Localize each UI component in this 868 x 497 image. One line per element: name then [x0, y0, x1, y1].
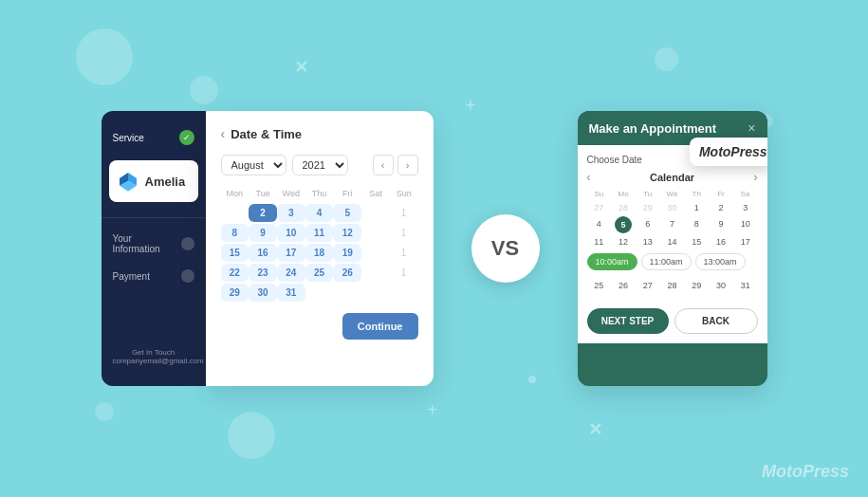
cal-cell-sun4: 1 — [390, 264, 418, 282]
amelia-panel-title: Date & Time — [231, 127, 302, 141]
cal-cell-17[interactable]: 17 — [277, 244, 305, 262]
mp-cal-week-1: 27 28 29 30 1 2 3 — [587, 200, 758, 215]
motopress-footer: NEXT STEP BACK — [578, 308, 767, 343]
cal-cell-sat1 — [361, 204, 390, 222]
sidebar-nav-your-information[interactable]: Your Information — [102, 226, 206, 262]
cal-cell-23[interactable]: 23 — [249, 264, 277, 282]
calendar-day-headers: Mon Tue Wed Thu Fri Sat Sun — [221, 187, 418, 200]
cal-week-2: 8 9 10 11 12 1 — [221, 224, 418, 242]
next-step-button[interactable]: NEXT STEP — [587, 308, 669, 334]
amelia-main-panel: ‹ Date & Time August 2021 ‹ › Mon Tue — [206, 111, 434, 386]
cal-cell-empty2 — [305, 284, 334, 302]
cal-cell-31[interactable]: 31 — [277, 284, 305, 302]
cal-cell-8[interactable]: 8 — [221, 224, 249, 242]
sidebar-service-label: Service — [113, 133, 144, 143]
cal-cell-2[interactable]: 2 — [249, 204, 277, 222]
time-slots-container: 10:00am 11:00am 13:00am — [587, 253, 758, 270]
cal-week-5: 29 30 31 — [221, 284, 418, 302]
cal-header-sun: Sun — [390, 187, 418, 200]
mp-cal-week-4: 25 26 27 28 29 30 31 — [587, 278, 758, 293]
cal-cell-sat3 — [361, 244, 390, 262]
next-month-button[interactable]: › — [397, 155, 418, 175]
sidebar-check-icon: ✓ — [179, 130, 194, 145]
motopress-logo-overlay: MotoPress — [690, 138, 767, 166]
month-year-selector: August 2021 ‹ › — [221, 155, 418, 175]
cal-cell-empty4 — [361, 284, 390, 302]
amelia-panel: Service ✓ Amelia Your Information Paymen… — [102, 111, 434, 386]
motopress-logo-text: MotoPress — [699, 144, 767, 159]
mp-cal-week-2: 4 5 6 7 8 9 10 — [587, 216, 758, 233]
cal-cell-12[interactable]: 12 — [333, 224, 361, 242]
amelia-logo-box: Amelia — [109, 160, 198, 202]
close-icon[interactable]: × — [748, 120, 755, 136]
sidebar-dot-icon — [181, 237, 194, 250]
sidebar-nav-payment[interactable]: Payment — [102, 262, 206, 290]
mp-day-headers: Su Mo Tu We Th Fr Sa — [587, 190, 758, 198]
vs-circle: VS — [471, 214, 540, 283]
cal-header-tue: Tue — [249, 187, 277, 200]
cal-header-thu: Thu — [305, 187, 334, 200]
mp-calendar-header: ‹ Calendar › — [587, 171, 758, 184]
main-container: Service ✓ Amelia Your Information Paymen… — [0, 0, 868, 497]
time-slot-1300am[interactable]: 13:00am — [695, 253, 746, 270]
time-slot-1100am[interactable]: 11:00am — [641, 253, 692, 270]
cal-header-mon: Mon — [221, 187, 249, 200]
cal-cell-sat2 — [361, 224, 390, 242]
time-slot-1000am[interactable]: 10:00am — [587, 253, 637, 270]
amelia-sidebar: Service ✓ Amelia Your Information Paymen… — [102, 111, 206, 386]
back-arrow-icon[interactable]: ‹ — [221, 126, 226, 141]
cal-cell-22[interactable]: 22 — [221, 264, 249, 282]
amelia-panel-header: ‹ Date & Time — [221, 126, 418, 141]
cal-cell-24[interactable]: 24 — [277, 264, 305, 282]
amelia-logo-icon — [117, 170, 139, 193]
back-button[interactable]: BACK — [674, 308, 758, 334]
mp-calendar-grid: Su Mo Tu We Th Fr Sa 27 28 29 30 1 2 3 — [587, 190, 758, 293]
cal-cell-3[interactable]: 3 — [277, 204, 305, 222]
cal-header-sat: Sat — [361, 187, 390, 200]
cal-header-wed: Wed — [277, 187, 305, 200]
amelia-calendar-grid: Mon Tue Wed Thu Fri Sat Sun 2 3 4 5 1 — [221, 187, 418, 302]
mp-calendar-title: Calendar — [650, 172, 694, 183]
motopress-panel: Make an Appointment × MotoPress Choose D… — [578, 111, 767, 386]
mp-selected-day[interactable]: 5 — [615, 216, 632, 233]
motopress-body: Choose Date ‹ Calendar › Su Mo Tu We Th … — [578, 145, 767, 308]
continue-button[interactable]: Continue — [342, 313, 418, 340]
cal-cell-29[interactable]: 29 — [221, 284, 249, 302]
cal-week-4: 22 23 24 25 26 1 — [221, 264, 418, 282]
cal-cell-18[interactable]: 18 — [305, 244, 334, 262]
cal-cell-sat4 — [361, 264, 390, 282]
cal-cell-5[interactable]: 5 — [333, 204, 361, 222]
mp-next-arrow[interactable]: › — [753, 171, 757, 184]
cal-cell-empty5 — [390, 284, 418, 302]
cal-cell-30[interactable]: 30 — [249, 284, 277, 302]
sidebar-service-row: Service ✓ — [102, 122, 206, 153]
cal-cell-26[interactable]: 26 — [333, 264, 361, 282]
year-select[interactable]: 2021 — [292, 155, 348, 175]
cal-week-3: 15 16 17 18 19 1 — [221, 244, 418, 262]
watermark: MotoPress — [762, 462, 849, 482]
cal-cell-sun3: 1 — [390, 244, 418, 262]
cal-week-1: 2 3 4 5 1 — [221, 204, 418, 222]
cal-cell-16[interactable]: 16 — [249, 244, 277, 262]
amelia-logo-text: Amelia — [145, 175, 186, 189]
sidebar-footer: Get In Touch companyemail@gmail.com — [102, 339, 206, 375]
cal-header-fri: Fri — [333, 187, 361, 200]
month-select[interactable]: August — [221, 155, 286, 175]
cal-cell-10[interactable]: 10 — [277, 224, 305, 242]
mp-prev-arrow[interactable]: ‹ — [587, 171, 591, 184]
cal-cell-11[interactable]: 11 — [305, 224, 334, 242]
cal-cell-1: 1 — [390, 204, 418, 222]
cal-cell-empty — [221, 204, 249, 222]
cal-cell-sun2: 1 — [390, 224, 418, 242]
cal-cell-25[interactable]: 25 — [305, 264, 334, 282]
cal-cell-19[interactable]: 19 — [333, 244, 361, 262]
mp-cal-week-3: 11 12 13 14 15 16 17 — [587, 234, 758, 249]
cal-cell-15[interactable]: 15 — [221, 244, 249, 262]
calendar-nav-arrows: ‹ › — [373, 155, 418, 175]
sidebar-dot-icon — [181, 269, 194, 283]
cal-cell-9[interactable]: 9 — [249, 224, 277, 242]
cal-cell-empty3 — [333, 284, 361, 302]
prev-month-button[interactable]: ‹ — [373, 155, 394, 175]
cal-cell-4[interactable]: 4 — [305, 204, 334, 222]
motopress-panel-title: Make an Appointment — [589, 121, 717, 136]
